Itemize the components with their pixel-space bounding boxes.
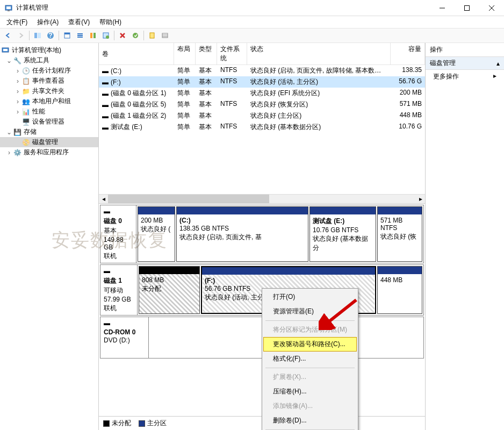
- partition[interactable]: 测试盘 (E:)10.76 GB NTFS状态良好 (基本数据分: [309, 206, 376, 262]
- actions-diskmgmt[interactable]: 磁盘管理 ▴: [426, 57, 504, 70]
- drive-icon: ▬: [102, 101, 109, 109]
- tree-devmgr[interactable]: 🖥️ 设备管理器: [0, 117, 98, 127]
- volume-row[interactable]: ▬(C:) 简单 基本 NTFS 状态良好 (启动, 页面文件, 故障转储, 基…: [99, 65, 425, 76]
- expand-icon[interactable]: ›: [14, 67, 21, 75]
- volume-row[interactable]: ▬(F:) 简单 基本 NTFS 状态良好 (活动, 主分区) 56.76 G: [99, 76, 425, 88]
- partition[interactable]: 448 MB: [377, 266, 422, 314]
- svg-rect-13: [77, 33, 83, 34]
- tree-services[interactable]: › ⚙️ 服务和应用程序: [0, 147, 98, 157]
- expand-icon[interactable]: ›: [5, 149, 13, 156]
- volume-row[interactable]: ▬(磁盘 1 磁盘分区 2) 简单 基本 状态良好 (主分区) 448 MB: [99, 110, 425, 121]
- scroll-thumb[interactable]: [108, 195, 269, 203]
- volume-row[interactable]: ▬测试盘 (E:) 简单 基本 NTFS 状态良好 (基本数据分区) 10.76…: [99, 121, 425, 133]
- partition[interactable]: 808 MB未分配: [139, 266, 200, 314]
- tree-diskmgmt[interactable]: 📀 磁盘管理: [0, 137, 98, 147]
- actions-pane: 操作 磁盘管理 ▴ 更多操作 ▸: [426, 43, 504, 430]
- tree-perf[interactable]: › 📊 性能: [0, 106, 98, 117]
- svg-rect-24: [162, 33, 168, 38]
- disk-label[interactable]: ▬ CD-ROM 0DVD (D:): [100, 317, 149, 358]
- volume-list: 卷 布局 类型 文件系统 状态 容量 ▬(C:) 简单 基本 NTFS 状态良好…: [99, 43, 425, 204]
- tree-event[interactable]: › 📋 事件查看器: [0, 76, 98, 86]
- partition[interactable]: 200 MB状态良好 (: [138, 206, 175, 262]
- ctx-format[interactable]: 格式化(F)...: [263, 352, 357, 366]
- minimize-button[interactable]: [430, 0, 455, 16]
- menubar: 文件(F) 操作(A) 查看(V) 帮助(H): [0, 16, 504, 28]
- svg-text:?: ?: [48, 32, 52, 39]
- list2-button[interactable]: [159, 30, 171, 41]
- delete-button[interactable]: [117, 30, 128, 41]
- partition[interactable]: (C:)138.35 GB NTFS状态良好 (启动, 页面文件, 基: [176, 206, 308, 262]
- menu-help[interactable]: 帮助(H): [95, 17, 126, 28]
- volume-header: 卷 布局 类型 文件系统 状态 容量: [99, 43, 425, 65]
- submenu-arrow-icon: ▸: [493, 72, 496, 81]
- tree-users[interactable]: › 👥 本地用户和组: [0, 96, 98, 106]
- refresh-button[interactable]: [61, 30, 73, 41]
- ctx-change-drive-letter[interactable]: 更改驱动器号和路径(C)...: [263, 337, 357, 352]
- device-icon: 🖥️: [21, 118, 30, 126]
- context-menu: 打开(O) 资源管理器(E) 将分区标记为活动分区(M) 更改驱动器号和路径(C…: [262, 288, 358, 430]
- menu-file[interactable]: 文件(F): [2, 17, 32, 28]
- titlebar: 计算机管理: [0, 0, 504, 16]
- col-fs[interactable]: 文件系统: [217, 43, 247, 64]
- tree-shared[interactable]: › 📁 共享文件夹: [0, 86, 98, 96]
- col-layout[interactable]: 布局: [174, 43, 196, 64]
- expand-icon[interactable]: ›: [14, 98, 21, 105]
- tree-storage[interactable]: ⌄ 💾 存储: [0, 127, 98, 137]
- tree-systools[interactable]: ⌄ 🔧 系统工具: [0, 55, 98, 66]
- partition[interactable]: 571 MB NTFS状态良好 (恢: [377, 206, 422, 262]
- ctx-explorer[interactable]: 资源管理器(E): [263, 304, 357, 319]
- svg-rect-8: [38, 33, 41, 38]
- help-button[interactable]: ?: [45, 30, 56, 41]
- app-icon: [4, 4, 13, 12]
- list-button[interactable]: [74, 30, 86, 41]
- disk-icon: ▬: [104, 267, 134, 275]
- actions-more[interactable]: 更多操作 ▸: [426, 70, 504, 83]
- svg-rect-15: [77, 37, 83, 38]
- actions-header: 操作: [426, 43, 504, 57]
- forward-button[interactable]: [15, 30, 27, 41]
- ctx-extend: 扩展卷(X)...: [263, 370, 357, 384]
- perf-icon: 📊: [21, 108, 30, 116]
- menu-action[interactable]: 操作(A): [33, 17, 63, 28]
- col-capacity[interactable]: 容量: [391, 43, 425, 64]
- expand-icon[interactable]: ›: [14, 88, 21, 95]
- scroll-right-icon[interactable]: ▸: [416, 195, 425, 204]
- svg-rect-7: [34, 33, 37, 38]
- col-type[interactable]: 类型: [196, 43, 217, 64]
- volume-row[interactable]: ▬(磁盘 0 磁盘分区 1) 简单 基本 状态良好 (EFI 系统分区) 200…: [99, 88, 425, 99]
- ctx-open[interactable]: 打开(O): [263, 290, 357, 304]
- drive-icon: ▬: [102, 78, 109, 86]
- settings-button[interactable]: [87, 30, 99, 41]
- tree-task[interactable]: › 🕒 任务计划程序: [0, 66, 98, 76]
- storage-icon: 💾: [13, 128, 21, 137]
- expand-icon[interactable]: ›: [14, 108, 21, 116]
- collapse-icon[interactable]: ⌄: [5, 128, 13, 136]
- svg-point-22: [133, 33, 138, 38]
- expand-icon[interactable]: ›: [14, 77, 21, 85]
- menu-view[interactable]: 查看(V): [64, 17, 94, 28]
- col-volume[interactable]: 卷: [99, 43, 174, 64]
- ctx-mirror: 添加镜像(A)...: [263, 399, 357, 413]
- action-button[interactable]: [129, 30, 141, 41]
- tree-root-label: 计算机管理(本地): [12, 46, 61, 55]
- services-icon: ⚙️: [13, 148, 21, 157]
- disk-label[interactable]: ▬ 磁盘 0基本149.88 GB联机: [100, 205, 136, 263]
- svg-rect-28: [3, 49, 8, 51]
- tree-root[interactable]: 计算机管理(本地): [0, 45, 98, 55]
- ctx-shrink[interactable]: 压缩卷(H)...: [263, 384, 357, 399]
- scroll-left-icon[interactable]: ◂: [99, 195, 108, 204]
- clock-icon: 🕒: [21, 67, 30, 75]
- disk-label[interactable]: ▬ 磁盘 1可移动57.99 GB联机: [100, 265, 138, 315]
- back-button[interactable]: [2, 30, 14, 41]
- properties-button[interactable]: [100, 30, 112, 41]
- volume-row[interactable]: ▬(磁盘 0 磁盘分区 5) 简单 基本 NTFS 状态良好 (恢复分区) 57…: [99, 99, 425, 110]
- window-title: 计算机管理: [16, 3, 500, 12]
- h-scrollbar[interactable]: ◂ ▸: [99, 194, 425, 203]
- col-status[interactable]: 状态: [247, 43, 391, 64]
- ctx-delete[interactable]: 删除卷(D)...: [263, 413, 357, 428]
- new-button[interactable]: [146, 30, 158, 41]
- show-hide-button[interactable]: [32, 30, 44, 41]
- maximize-button[interactable]: [455, 0, 479, 16]
- close-button[interactable]: [479, 0, 504, 16]
- collapse-icon[interactable]: ⌄: [5, 57, 13, 64]
